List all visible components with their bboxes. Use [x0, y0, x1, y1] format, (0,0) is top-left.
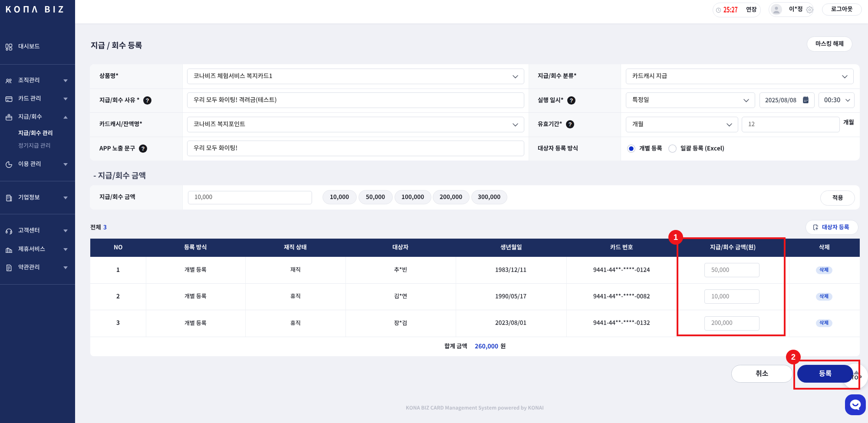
svg-text:?: ?	[569, 98, 573, 104]
svg-text:?: ?	[141, 146, 145, 152]
svg-text:?: ?	[145, 98, 149, 104]
svg-text:?: ?	[568, 121, 572, 128]
